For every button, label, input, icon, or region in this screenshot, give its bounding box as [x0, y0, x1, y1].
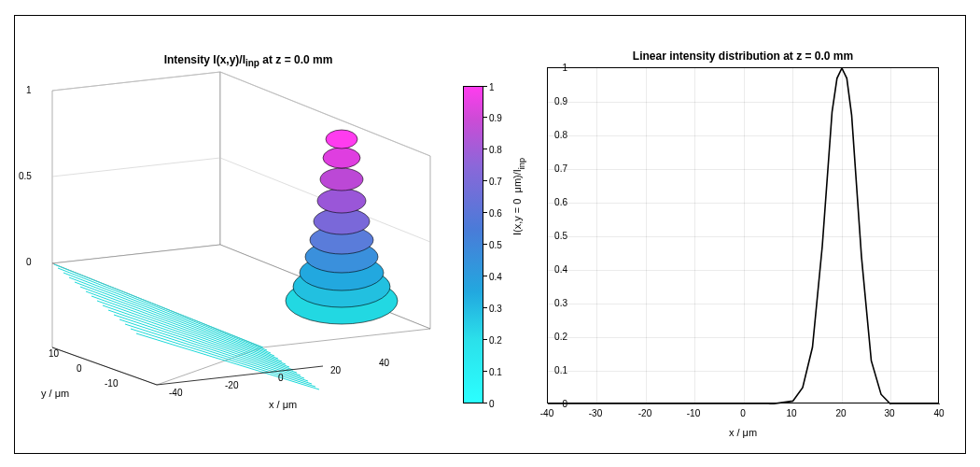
left-3d-svg [43, 53, 435, 408]
svg-point-31 [317, 189, 366, 213]
left-xtick-0: -40 [169, 388, 182, 398]
cb-tick-8: 0.8 [489, 145, 502, 155]
left-xlabel: x / μm [269, 399, 297, 410]
right-line-svg [548, 68, 940, 404]
left-ztick-2: 1 [26, 85, 32, 95]
r-ytick-7: 0.7 [554, 163, 567, 174]
r-ytick-8: 0.8 [554, 130, 567, 140]
r-ytick-10: 1 [562, 63, 567, 73]
colorbar[interactable]: 0 0.1 0.2 0.3 0.4 0.5 0.6 0.7 0.8 0.9 1 [463, 86, 519, 403]
right-plot-title: Linear intensity distribution at z = 0.0… [547, 50, 939, 63]
cb-tick-4: 0.4 [489, 272, 502, 282]
svg-marker-0 [52, 72, 220, 263]
left-ztick-0: 0 [26, 257, 32, 267]
r-xtick-2: -20 [638, 408, 651, 418]
r-xtick-7: 30 [884, 408, 894, 418]
left-xtick-3: 20 [330, 365, 341, 375]
left-ytick-1: 0 [77, 363, 82, 374]
left-3d-plot[interactable]: 0 0.5 1 -40 -20 0 20 40 x / μm -10 0 10 … [43, 53, 435, 408]
right-ylabel: I(x,y = 0 μm)/Iinp [511, 158, 525, 235]
r-xtick-1: -30 [589, 408, 602, 418]
cb-tick-10: 1 [489, 82, 495, 92]
r-xtick-8: 40 [933, 408, 944, 418]
r-xtick-4: 0 [740, 408, 746, 418]
svg-point-34 [326, 130, 357, 149]
r-xtick-0: -40 [540, 408, 553, 418]
cb-tick-6: 0.6 [489, 208, 502, 219]
figure-frame: Intensity I(x,y)/Iinp at z = 0.0 mm [14, 15, 966, 454]
left-xtick-2: 0 [278, 373, 284, 383]
r-ytick-3: 0.3 [554, 298, 567, 308]
r-xtick-5: 10 [786, 408, 796, 418]
colorbar-gradient [463, 86, 483, 403]
left-ytick-2: 10 [49, 348, 59, 359]
svg-point-33 [323, 148, 360, 168]
cb-tick-3: 0.3 [489, 304, 502, 314]
cb-tick-9: 0.9 [489, 113, 502, 123]
r-ytick-2: 0.2 [554, 332, 567, 342]
cb-tick-7: 0.7 [489, 177, 502, 187]
cb-tick-0: 0 [489, 399, 495, 409]
r-xtick-6: 20 [835, 408, 846, 418]
r-ytick-6: 0.6 [554, 197, 567, 207]
svg-point-32 [320, 168, 363, 191]
r-xtick-3: -10 [687, 408, 700, 418]
right-2d-plot[interactable] [547, 67, 939, 403]
r-ytick-5: 0.5 [554, 231, 567, 241]
left-ylabel: y / μm [41, 388, 69, 399]
r-ytick-1: 0.1 [554, 365, 567, 375]
left-ytick-0: -10 [105, 378, 118, 389]
left-xtick-4: 40 [379, 358, 389, 368]
r-ytick-0: 0 [562, 399, 567, 409]
right-xlabel: x / μm [547, 427, 939, 438]
left-ztick-1: 0.5 [19, 171, 32, 181]
r-ytick-9: 0.9 [554, 96, 567, 106]
cb-tick-5: 0.5 [489, 240, 502, 250]
r-ytick-4: 0.4 [554, 264, 567, 275]
left-xtick-1: -20 [225, 380, 238, 390]
cb-tick-2: 0.2 [489, 335, 502, 346]
cb-tick-1: 0.1 [489, 367, 502, 377]
